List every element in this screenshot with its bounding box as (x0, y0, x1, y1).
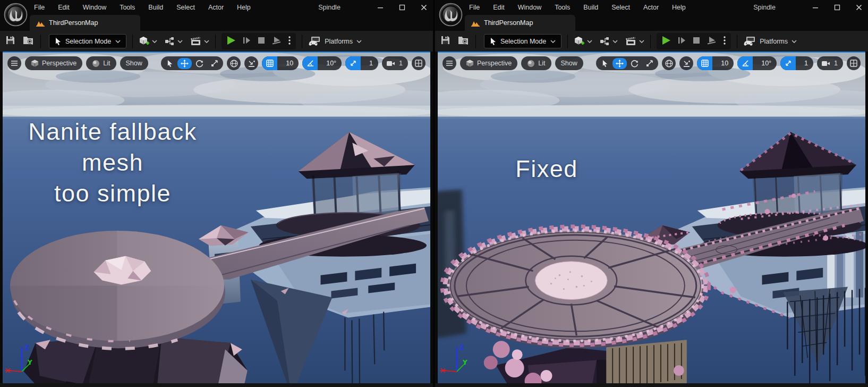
menu-help[interactable]: Help (237, 4, 251, 11)
select-tool[interactable] (598, 58, 612, 69)
maximize-viewport-button[interactable] (847, 56, 861, 70)
camera-icon (386, 60, 396, 67)
chevron-down-icon (115, 40, 121, 43)
menu-edit[interactable]: Edit (58, 4, 70, 11)
stop-button[interactable] (258, 37, 265, 46)
rotate-tool[interactable] (627, 58, 642, 69)
menu-edit[interactable]: Edit (493, 4, 505, 11)
grid-snap-toggle[interactable]: 10 (697, 56, 734, 70)
viewport-options-menu[interactable] (7, 56, 21, 70)
save-button[interactable] (5, 35, 15, 47)
menu-build[interactable]: Build (583, 4, 598, 11)
editor-window-fixed: File Edit Window Tools Build Select Acto… (435, 0, 868, 387)
play-controls (657, 33, 731, 49)
cursor-icon (490, 38, 496, 45)
scale-tool[interactable] (642, 58, 657, 69)
close-icon[interactable] (420, 4, 428, 11)
editor-window-fallback: File Edit Window Tools Build Select Acto… (0, 0, 433, 387)
coordinate-system-globe-button[interactable] (662, 56, 676, 70)
play-standalone-button[interactable] (272, 36, 282, 47)
show-dropdown[interactable]: Show (555, 56, 583, 70)
grid-snap-toggle[interactable]: 10 (262, 56, 299, 70)
minimize-icon[interactable] (812, 4, 819, 11)
play-options-kebab-icon[interactable] (724, 36, 726, 47)
maximize-viewport-button[interactable] (412, 56, 426, 70)
play-button[interactable] (227, 36, 236, 47)
close-icon[interactable] (855, 4, 863, 11)
tab-thirdpersonmap[interactable]: ThirdPersonMap (30, 15, 140, 31)
lit-dropdown[interactable]: Lit (86, 56, 116, 70)
content-browser-button[interactable] (458, 36, 470, 47)
scale-tool[interactable] (207, 58, 222, 69)
play-button[interactable] (662, 36, 671, 47)
move-tool[interactable] (177, 58, 192, 69)
chevron-down-icon (356, 40, 362, 43)
blueprints-button[interactable] (165, 37, 183, 46)
transform-tools (596, 56, 658, 70)
menu-file[interactable]: File (469, 4, 480, 11)
show-dropdown[interactable]: Show (120, 56, 148, 70)
selection-mode-dropdown[interactable]: Selection Mode (49, 34, 126, 48)
menu-file[interactable]: File (34, 4, 45, 11)
maximize-icon[interactable] (833, 4, 841, 11)
window-bottom-edge (0, 383, 433, 387)
scale-snap-toggle[interactable]: 1 (345, 56, 378, 70)
frame-skip-button[interactable] (243, 36, 251, 47)
coordinate-system-globe-button[interactable] (227, 56, 241, 70)
tab-row: ThirdPersonMap (0, 15, 433, 31)
menu-window[interactable]: Window (518, 4, 541, 11)
menu-tools[interactable]: Tools (120, 4, 135, 11)
menu-select[interactable]: Select (611, 4, 630, 11)
stop-button[interactable] (693, 37, 700, 46)
select-tool[interactable] (163, 58, 177, 69)
lit-dropdown[interactable]: Lit (521, 56, 551, 70)
move-tool[interactable] (612, 58, 627, 69)
platforms-dropdown[interactable]: Platforms (308, 36, 362, 46)
menu-actor[interactable]: Actor (643, 4, 659, 11)
menu-help[interactable]: Help (672, 4, 686, 11)
camera-speed-control[interactable]: 1 (817, 56, 843, 70)
selection-mode-dropdown[interactable]: Selection Mode (484, 34, 561, 48)
tab-thirdpersonmap[interactable]: ThirdPersonMap (465, 15, 575, 31)
rotation-snap-toggle[interactable]: 10° (737, 56, 777, 70)
angle-icon (737, 56, 753, 70)
window-title: Spindle (318, 0, 341, 15)
maximize-icon[interactable] (398, 4, 406, 11)
menu-tools[interactable]: Tools (555, 4, 570, 11)
rotate-tool[interactable] (192, 58, 207, 69)
play-standalone-button[interactable] (707, 36, 717, 47)
minimize-icon[interactable] (377, 4, 384, 11)
perspective-dropdown[interactable]: Perspective (25, 56, 82, 70)
perspective-dropdown[interactable]: Perspective (460, 56, 517, 70)
level-tab-icon (471, 20, 480, 27)
menu-select[interactable]: Select (176, 4, 195, 11)
content-browser-button[interactable] (23, 36, 35, 47)
menu-window[interactable]: Window (83, 4, 106, 11)
add-actor-button[interactable] (139, 36, 157, 47)
frame-skip-button[interactable] (678, 36, 686, 47)
scale-snap-toggle[interactable]: 1 (780, 56, 813, 70)
surface-snapping-button[interactable] (244, 56, 258, 70)
chevron-down-icon (204, 40, 209, 43)
platforms-dropdown[interactable]: Platforms (743, 36, 797, 46)
grid-icon (697, 56, 712, 70)
selection-mode-label: Selection Mode (65, 38, 111, 45)
menu-build[interactable]: Build (148, 4, 163, 11)
desktop: File Edit Window Tools Build Select Acto… (0, 0, 868, 387)
cinematics-button[interactable] (190, 37, 209, 46)
lit-label: Lit (538, 60, 545, 67)
surface-snapping-button[interactable] (679, 56, 693, 70)
cinematics-button[interactable] (625, 37, 644, 46)
menu-actor[interactable]: Actor (208, 4, 224, 11)
viewport-options-menu[interactable] (442, 56, 456, 70)
menu-bar: File Edit Window Tools Build Select Acto… (469, 0, 686, 15)
save-button[interactable] (440, 35, 450, 47)
blueprints-button[interactable] (600, 37, 618, 46)
viewport-3d-fallback[interactable]: Z Y Perspective Lit Show (3, 52, 430, 383)
play-options-kebab-icon[interactable] (288, 36, 291, 47)
camera-speed-control[interactable]: 1 (382, 56, 408, 70)
viewport-3d-fixed[interactable]: Z Y Perspective Lit Show (438, 52, 865, 383)
rotation-snap-toggle[interactable]: 10° (302, 56, 342, 70)
add-actor-button[interactable] (574, 36, 592, 47)
title-bar: File Edit Window Tools Build Select Acto… (435, 0, 868, 15)
